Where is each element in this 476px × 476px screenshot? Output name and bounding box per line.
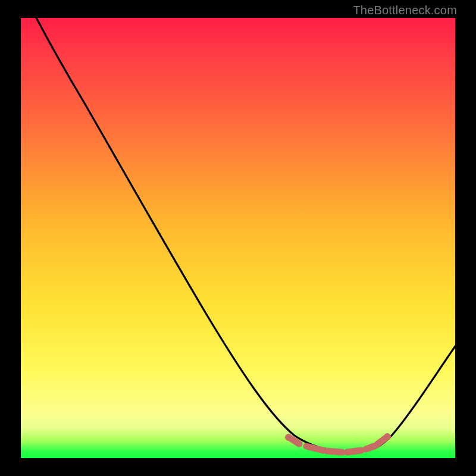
- svg-point-0: [285, 434, 292, 441]
- svg-point-1: [384, 433, 391, 440]
- bottleneck-curve: [36, 18, 455, 452]
- chart-frame: TheBottleneck.com: [0, 0, 476, 476]
- chart-svg: [21, 18, 455, 458]
- watermark-text: TheBottleneck.com: [353, 4, 457, 17]
- optimal-zone-markers: [291, 439, 385, 452]
